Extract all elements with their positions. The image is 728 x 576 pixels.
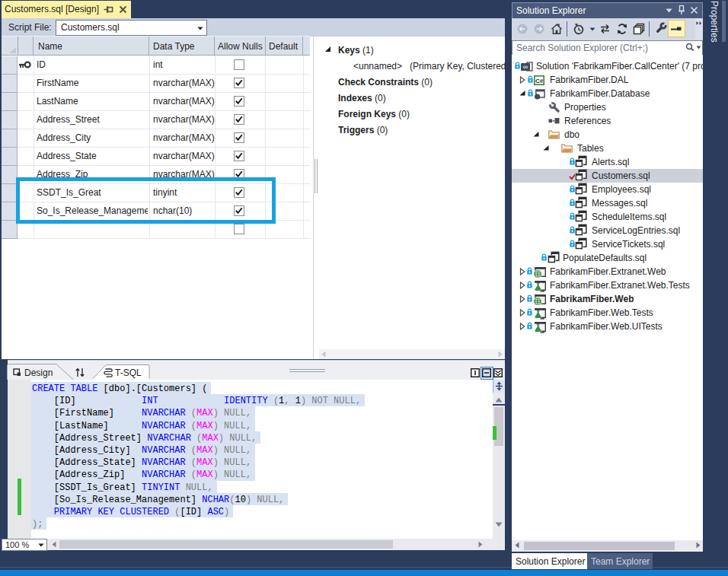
svg-text:∞: ∞ <box>523 63 528 71</box>
svg-text:C#: C# <box>535 78 544 84</box>
